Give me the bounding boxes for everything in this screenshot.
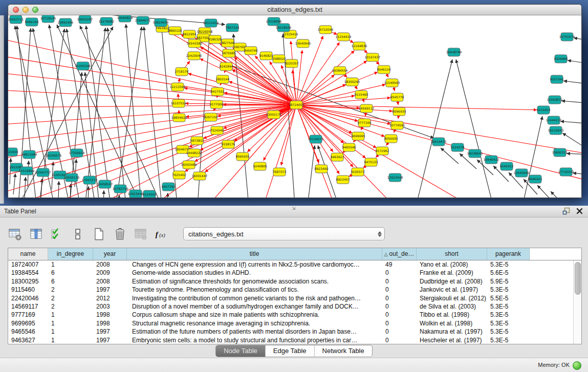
network-node[interactable]: 12923446 [128,190,144,198]
network-node[interactable]: 11549593 [384,79,400,87]
network-node[interactable]: 9115460 [355,91,368,99]
cell-year[interactable]: 1997 [93,286,127,294]
network-node[interactable]: 17710343 [558,168,574,176]
cell-name[interactable]: 18300295 [8,277,48,286]
window-minimize-button[interactable] [23,7,29,13]
network-node[interactable]: 10167437 [365,53,381,61]
cell-year[interactable]: 1997 [93,336,127,344]
network-node[interactable]: 8595935 [236,152,250,161]
network-node[interactable]: 9545778 [390,93,404,101]
float-window-icon[interactable] [562,207,570,215]
cell-short[interactable]: Nakamura et al. (1997) [417,327,487,336]
cell-in_degree[interactable]: 1 [48,311,93,319]
cell-short[interactable]: Tibbo et al. (1998) [417,311,487,319]
network-node[interactable]: 9172962 [376,147,389,155]
cell-short[interactable]: Dudbridge et al. (2008) [417,277,487,286]
cell-short[interactable]: Franke et al. (2009) [417,269,487,277]
cell-out_de[interactable]: 0 [382,302,417,311]
column-header-name[interactable]: name [8,248,48,260]
close-panel-icon[interactable] [576,208,583,214]
network-node[interactable]: 18312454 [203,19,219,27]
cell-in_degree[interactable]: 1 [48,336,93,344]
network-node[interactable]: 15134571 [308,135,324,143]
table-row[interactable]: 1456911722003Disruption of a novel membe… [8,302,581,311]
cell-title[interactable]: Genome-wide association studies in ADHD. [127,269,382,277]
column-header-out_de[interactable]: △out_de… [382,248,417,260]
network-node[interactable]: 9249806 [253,162,267,170]
network-node[interactable]: 9827546 [221,39,235,47]
window-close-button[interactable] [13,7,19,13]
network-node[interactable]: 20553721 [8,15,24,24]
network-node[interactable]: 13640945 [295,39,311,48]
network-node[interactable]: 7687073 [273,168,287,176]
network-node[interactable]: 12945066 [514,169,530,177]
network-node[interactable]: 16914470 [431,138,447,146]
vertical-scrollbar[interactable] [573,260,581,344]
network-node[interactable]: 16091447 [192,172,208,180]
cell-name[interactable]: 19384554 [8,269,48,277]
cell-pagerank[interactable]: 5.5E-5 [487,294,530,302]
network-node[interactable]: 11516869 [19,167,35,175]
network-node[interactable]: 12164836 [352,42,367,50]
cell-short[interactable]: de Silva et al. (2003) [417,302,487,311]
cell-name[interactable]: 9465546 [8,327,48,336]
network-node[interactable]: 8923450 [315,165,329,173]
table-row[interactable]: 969969511998Structural magnetic resonanc… [8,319,581,327]
network-node[interactable]: 5873833 [190,137,204,145]
cell-in_degree[interactable]: 1 [48,327,93,336]
network-node[interactable]: 16782759 [113,185,128,193]
network-node[interactable]: 16107552 [171,99,187,107]
network-node[interactable]: 15751074 [559,33,575,41]
cell-title[interactable]: Embryonic stem cells: a model to study s… [127,336,382,344]
table-row[interactable]: 1830029562008Estimation of significance … [8,277,581,286]
network-node[interactable]: 9158176 [222,140,235,148]
cell-in_degree[interactable]: 1 [48,319,93,327]
column-header-pagerank[interactable]: pagerank [487,248,530,260]
cell-name[interactable]: 18724007 [8,260,48,269]
cell-in_degree[interactable]: 6 [48,277,93,286]
cell-pagerank[interactable]: 5.3E-5 [487,319,530,327]
table-options-button[interactable] [7,226,23,242]
cell-short[interactable]: Hescheler et al. (1997) [417,336,487,344]
cell-title[interactable]: Disruption of a novel member of a sodium… [127,302,382,311]
network-node[interactable]: 2718176 [175,68,189,76]
cell-year[interactable]: 2008 [93,277,127,286]
network-node[interactable]: 9124578 [451,143,465,151]
tab-node-table[interactable]: Node Table [216,345,265,357]
cell-pagerank[interactable]: 5.6E-5 [487,269,530,277]
network-node[interactable]: 8946021 [529,175,542,183]
cell-year[interactable]: 1998 [93,319,127,327]
cell-title[interactable]: Estimation of significance thresholds fo… [127,277,382,286]
cell-out_de[interactable]: 49 [382,260,417,269]
network-node[interactable]: 15722046 [318,26,334,34]
network-node[interactable]: 17957272 [82,176,98,184]
cell-year[interactable]: 2012 [93,294,127,302]
network-node[interactable]: 19854925 [171,114,187,122]
table-row[interactable]: 946362711997Embryonic stem cells: a mode… [8,336,581,344]
network-node[interactable]: 7857224 [226,24,239,32]
network-node[interactable]: 12093872 [547,96,563,104]
cell-title[interactable]: Tourette syndrome. Phenomenology and cla… [127,286,382,294]
cell-pagerank[interactable]: 5.3E-5 [487,302,530,311]
network-node[interactable]: 14569117 [359,104,375,113]
network-node[interactable]: 8427552 [211,87,225,96]
window-zoom-button[interactable] [32,7,38,13]
network-node[interactable]: 20891406 [58,18,74,27]
network-node[interactable]: 12923448 [387,173,403,182]
table-selector-dropdown[interactable]: citations_edges.txt [183,227,385,240]
select-columns-button[interactable] [49,226,64,242]
network-node[interactable]: 8096935 [393,107,406,116]
window-titlebar[interactable]: citations_edges.txt [8,5,581,15]
cell-year[interactable]: 2008 [93,260,127,269]
table-row[interactable]: 1938455462009Genome-wide association stu… [8,269,581,277]
network-node[interactable]: 16648784 [446,48,462,56]
cell-out_de[interactable]: 0 [382,319,417,327]
network-node[interactable]: 13505135 [64,173,80,182]
network-node[interactable]: 21844071 [135,16,151,25]
network-node[interactable]: 10774591 [389,121,405,129]
network-node[interactable]: 10719145 [40,15,56,23]
cell-name[interactable]: 9463627 [8,336,48,344]
cell-short[interactable]: Yano et al. (2008) [417,260,487,269]
cell-pagerank[interactable]: 5.3E-5 [487,327,530,336]
column-header-in_degree[interactable]: in_degree [48,248,93,260]
